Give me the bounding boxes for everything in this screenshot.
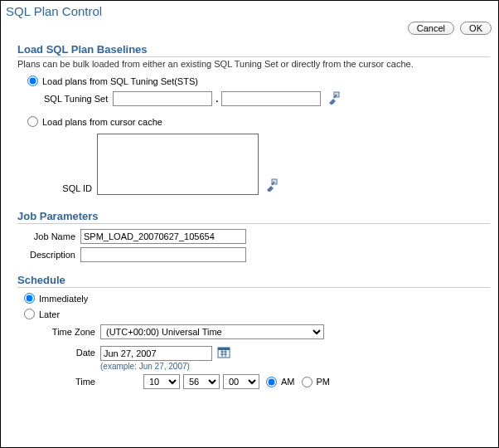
radio-load-from-cursor-cache-label: Load plans from cursor cache	[42, 117, 162, 127]
sql-id-input[interactable]	[97, 134, 259, 195]
radio-later-label: Later	[39, 309, 60, 319]
radio-load-from-cursor-cache[interactable]	[27, 116, 38, 127]
time-zone-select[interactable]: (UTC+00:00) Universal Time	[100, 324, 324, 339]
cancel-button[interactable]: Cancel	[408, 22, 454, 35]
radio-pm[interactable]	[302, 377, 312, 387]
flashlight-icon[interactable]	[265, 178, 279, 193]
section-schedule: Schedule	[17, 274, 490, 288]
radio-load-from-sts[interactable]	[27, 75, 38, 86]
radio-load-from-sts-label: Load plans from SQL Tuning Set(STS)	[42, 76, 198, 86]
radio-am[interactable]	[266, 377, 277, 387]
description-label: Description	[17, 250, 75, 260]
radio-immediately[interactable]	[24, 293, 35, 304]
time-second-select[interactable]: 00	[223, 374, 259, 389]
date-input[interactable]	[100, 346, 212, 361]
section-job-parameters: Job Parameters	[17, 210, 490, 224]
time-minute-select[interactable]: 56	[183, 374, 220, 389]
date-example-text: (example: Jun 27, 2007)	[100, 362, 230, 371]
help-text: Plans can be bulk loaded from either an …	[17, 59, 490, 69]
section-load-baselines: Load SQL Plan Baselines	[17, 43, 490, 57]
description-input[interactable]	[80, 247, 246, 262]
radio-am-label: AM	[281, 377, 295, 387]
sql-tuning-set-name-input[interactable]	[221, 91, 321, 106]
job-name-label: Job Name	[17, 231, 75, 241]
date-label: Date	[44, 346, 95, 358]
time-label: Time	[44, 377, 95, 387]
job-name-input[interactable]	[80, 229, 246, 244]
page-title: SQL Plan Control	[1, 1, 498, 20]
radio-immediately-label: Immediately	[39, 294, 88, 304]
flashlight-icon[interactable]	[327, 91, 341, 106]
radio-pm-label: PM	[317, 377, 331, 387]
sql-tuning-set-owner-input[interactable]	[113, 91, 212, 106]
svg-rect-5	[218, 348, 230, 350]
time-hour-select[interactable]: 10	[143, 374, 180, 389]
calendar-icon[interactable]	[217, 346, 230, 361]
time-zone-label: Time Zone	[44, 327, 95, 337]
dot-separator: .	[212, 94, 221, 104]
sql-id-label: SQL ID	[44, 183, 92, 193]
radio-later[interactable]	[24, 309, 35, 319]
sql-tuning-set-label: SQL Tuning Set	[44, 94, 108, 104]
ok-button[interactable]: OK	[460, 22, 492, 35]
